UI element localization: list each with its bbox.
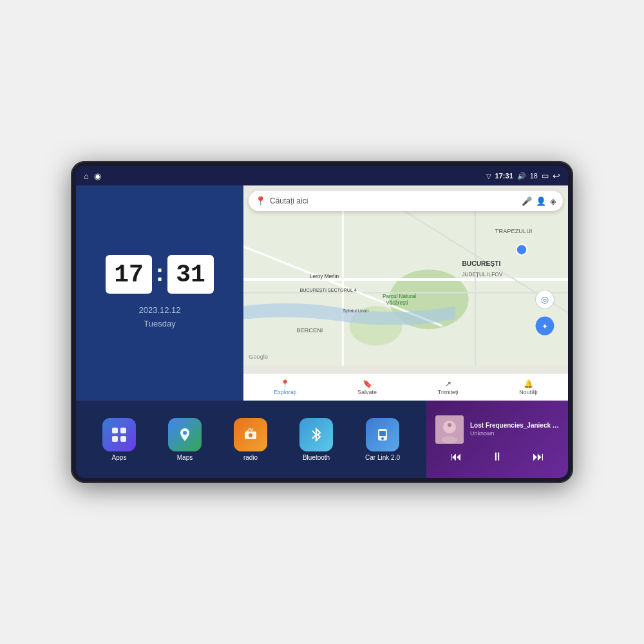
svg-text:BUCUREȘTI SECTORUL 4: BUCUREȘTI SECTORUL 4 (299, 287, 356, 293)
apps-icon (102, 418, 136, 451)
status-right: ▽ 17:31 🔊 18 ▭ ↩ (486, 171, 560, 181)
svg-text:BUCUREȘTI: BUCUREȘTI (462, 260, 500, 267)
bluetooth-icon (299, 418, 333, 451)
bluetooth-label: Bluetooth (303, 454, 330, 461)
apps-section: Apps Maps (76, 401, 426, 478)
svg-rect-27 (112, 436, 118, 442)
svg-point-31 (249, 433, 252, 437)
app-item-bluetooth[interactable]: Bluetooth (299, 418, 333, 461)
svg-rect-25 (112, 428, 118, 433)
radio-icon: FM (234, 418, 267, 451)
carlink-icon (366, 418, 399, 451)
svg-text:Splaiul Unirii: Splaiul Unirii (343, 308, 368, 314)
svg-text:TRAPEZULUI: TRAPEZULUI (495, 228, 533, 234)
clock-minute: 31 (167, 255, 214, 294)
account-icon[interactable]: 👤 (536, 196, 546, 206)
voice-search-icon[interactable]: 🎤 (522, 196, 532, 206)
music-info: Lost Frequencies_Janieck Devy-... Unknow… (470, 422, 559, 437)
svg-text:✦: ✦ (542, 322, 548, 331)
explore-icon: 📍 (280, 379, 290, 388)
next-button[interactable]: ⏭ (533, 450, 544, 464)
music-artist: Unknown (470, 430, 559, 437)
map-tab-explore[interactable]: 📍 Explorați (274, 379, 296, 395)
svg-text:Parcul Natural: Parcul Natural (383, 294, 416, 299)
app-item-radio[interactable]: FM radio (234, 418, 267, 461)
maps-icon (168, 418, 202, 451)
music-top: Lost Frequencies_Janieck Devy-... Unknow… (435, 415, 559, 444)
music-thumbnail (435, 415, 464, 444)
maps-label: Maps (177, 454, 193, 461)
map-tab-news[interactable]: 🔔 Noutăți (519, 379, 538, 395)
music-controls: ⏮ ⏸ ⏭ (435, 450, 559, 464)
app-item-apps[interactable]: Apps (102, 418, 136, 461)
saved-icon: 🔖 (363, 379, 372, 388)
map-search-text: Căutați aici (270, 196, 308, 205)
map-search-bar[interactable]: 📍 Căutați aici 🎤 👤 ◈ (249, 191, 563, 211)
radio-label: radio (243, 454, 258, 461)
status-bar: ⌂ ◉ ▽ 17:31 🔊 18 ▭ ↩ (76, 166, 568, 185)
saved-label: Salvate (357, 389, 377, 395)
svg-rect-37 (379, 431, 386, 436)
svg-point-41 (442, 436, 457, 444)
main-content: 17 : 31 2023.12.12 Tuesday 📍 Căutați aic… (76, 185, 568, 478)
news-label: Noutăți (519, 389, 538, 395)
map-widget[interactable]: 📍 Căutați aici 🎤 👤 ◈ (243, 185, 568, 401)
back-icon[interactable]: ↩ (553, 171, 560, 181)
svg-point-38 (381, 437, 384, 440)
carlink-label: Car Link 2.0 (365, 454, 400, 461)
volume-icon: 🔊 (517, 172, 526, 180)
battery-level: 18 (530, 172, 538, 180)
explore-label: Explorați (274, 389, 296, 395)
signal-icon: ▽ (486, 173, 491, 180)
home-nav-icon[interactable]: ⌂ (84, 171, 89, 181)
layers-icon[interactable]: ◈ (550, 196, 556, 206)
maps-nav-icon[interactable]: ◉ (94, 171, 101, 181)
app-item-carlink[interactable]: Car Link 2.0 (365, 418, 400, 461)
battery-icon: ▭ (542, 171, 549, 180)
svg-text:◎: ◎ (541, 294, 549, 305)
clock-colon: : (156, 260, 164, 287)
news-icon: 🔔 (524, 379, 533, 388)
status-left: ⌂ ◉ (84, 171, 101, 181)
map-search-pin-icon: 📍 (255, 196, 266, 206)
svg-rect-26 (120, 428, 126, 433)
app-item-maps[interactable]: Maps (168, 418, 202, 461)
apps-label: Apps (112, 454, 127, 461)
clock-hour: 17 (106, 255, 152, 294)
svg-text:Văcărești: Văcărești (386, 300, 408, 306)
bottom-section: Apps Maps (76, 401, 568, 478)
svg-text:JUDEȚUL ILFOV: JUDEȚUL ILFOV (462, 272, 502, 278)
music-player: Lost Frequencies_Janieck Devy-... Unknow… (426, 401, 568, 478)
svg-point-29 (183, 431, 187, 435)
device-screen: ⌂ ◉ ▽ 17:31 🔊 18 ▭ ↩ 17 : (76, 166, 568, 478)
svg-text:FM: FM (248, 428, 252, 431)
map-bottom-bar: 📍 Explorați 🔖 Salvate ↗ Trimiteți 🔔 (243, 374, 568, 401)
top-section: 17 : 31 2023.12.12 Tuesday 📍 Căutați aic… (76, 185, 568, 401)
play-pause-button[interactable]: ⏸ (491, 450, 503, 464)
send-label: Trimiteți (438, 389, 459, 395)
device-frame: ⌂ ◉ ▽ 17:31 🔊 18 ▭ ↩ 17 : (71, 161, 573, 483)
send-icon: ↗ (445, 379, 451, 388)
prev-button[interactable]: ⏮ (450, 450, 462, 464)
map-area[interactable]: BUCUREȘTI JUDEȚUL ILFOV BERCENI TRAPEZUL… (243, 185, 568, 374)
clock-display: 17 : 31 (106, 255, 214, 294)
svg-text:BERCENI: BERCENI (296, 327, 323, 334)
svg-rect-28 (120, 436, 126, 442)
svg-point-42 (448, 423, 451, 427)
map-tab-send[interactable]: ↗ Trimiteți (438, 379, 459, 395)
svg-text:Leroy Merlin: Leroy Merlin (310, 274, 339, 279)
svg-text:Google: Google (249, 354, 268, 360)
status-time: 17:31 (495, 172, 513, 180)
music-title: Lost Frequencies_Janieck Devy-... (470, 422, 559, 429)
clock-widget: 17 : 31 2023.12.12 Tuesday (76, 185, 243, 401)
clock-date: 2023.12.12 Tuesday (138, 304, 180, 331)
map-tab-saved[interactable]: 🔖 Salvate (357, 379, 377, 395)
